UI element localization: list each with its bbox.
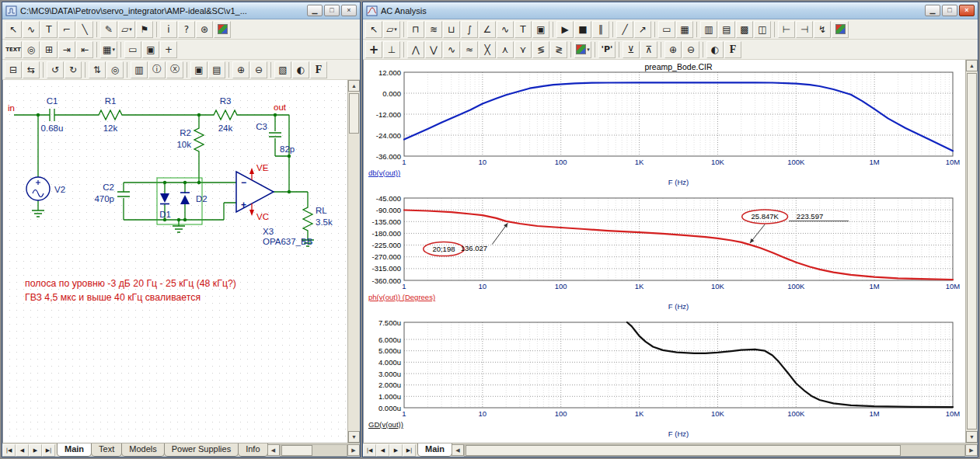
rectangle-tool-button[interactable]: ▭ [658,21,675,38]
global-high-button-button[interactable]: ⋏ [497,41,514,58]
text-tool-button[interactable]: T [40,21,58,38]
maximize-button[interactable]: □ [324,5,340,16]
minimize-button[interactable]: ▁ [307,5,323,16]
font-button-button[interactable]: F [724,41,741,58]
line-tool-button[interactable]: ╱ [616,21,633,38]
vertical-scrollbar[interactable]: ▲ ▼ [965,60,978,443]
envelope-high-button-button[interactable]: ≷ [550,41,567,58]
settings-tool-button[interactable]: ⊛ [196,21,213,38]
node-voltages-toggle-button[interactable]: ⇥ [58,41,75,58]
graphics-dropdown-button[interactable]: ▱▾ [383,21,400,38]
zoom-in-button-button[interactable]: ⊕ [664,41,682,58]
vertical-scroll-track[interactable] [966,71,978,431]
integral-tool-button[interactable]: ∫ [461,21,478,38]
line-tool-button[interactable]: ✎ [100,21,117,38]
trace-color-dropdown-button[interactable]: ▾ [574,41,591,58]
horizontal-scroll-track[interactable] [464,444,965,457]
vertical-grid-toggle-button[interactable]: ▥ [700,21,717,38]
layers-button-button[interactable]: ▤ [208,61,225,78]
horizontal-grid-toggle-button[interactable]: ▤ [718,21,735,38]
vertical-scrollbar[interactable]: ▲ ▼ [347,80,360,443]
envelope-low-button-button[interactable]: ≶ [532,41,549,58]
diagonal-wire-tool-button[interactable]: ╲ [76,21,93,38]
vertical-scroll-track[interactable] [348,92,360,431]
component-tool-button[interactable]: ∿ [23,21,40,38]
schematic-canvas[interactable]: C1 0.68u R1 12k R3 24k R2 10k C3 82p C2 … [2,80,347,443]
scroll-left-button[interactable]: ◀ [267,444,280,456]
color-palette-tool-button[interactable] [214,21,231,38]
last-tab-button[interactable]: ▶| [403,444,416,457]
find-button-button[interactable]: ◎ [106,61,124,78]
smooth-button-button[interactable]: ≈ [461,41,478,58]
select-tool-button[interactable]: ↖ [5,21,22,38]
scroll-right-button[interactable]: ▶ [347,444,360,456]
info-tool-button[interactable]: i [160,21,177,38]
global-low-button-button[interactable]: ⋎ [514,41,532,58]
pause-button-button[interactable]: ‖ [592,21,609,38]
help-globe-button-button[interactable]: ◐ [706,41,724,58]
copy-picture-button-button[interactable]: ▣ [190,61,208,78]
next-tab-button[interactable]: ▶ [29,444,42,457]
cursor-mode-button-button[interactable]: + [365,41,382,58]
zoom-out-button-button[interactable]: ⊖ [250,61,267,78]
scroll-left-button[interactable]: ◀ [452,444,464,456]
pin-connections-toggle-button[interactable]: ◎ [23,41,40,58]
cursor-mode-toggle-button[interactable]: + [160,41,177,58]
cursor-right-button-button[interactable]: ⊼ [640,41,657,58]
scroll-right-button[interactable]: ▶ [965,444,978,456]
horizontal-scroll-track[interactable] [280,444,347,457]
horizontal-scroll-thumb[interactable] [281,445,312,456]
mode-button-button[interactable]: ▥ [131,61,148,78]
close-button[interactable]: × [959,5,975,16]
next-wave-button-button[interactable]: ∿ [443,41,460,58]
tab-main[interactable]: Main [417,443,452,457]
titlebar[interactable]: AC Analysis ▁ □ × [363,2,978,19]
node-numbers-toggle-button[interactable]: ⊞ [40,41,58,58]
maximize-button[interactable]: □ [942,5,957,16]
tag-mode-button-button[interactable]: ↯ [814,21,831,38]
box-tool-button[interactable]: ⊟ [5,61,22,78]
run-button-button[interactable]: ▶ [556,21,574,38]
horizontal-scrollbar[interactable]: ◀ ▶ [267,444,360,457]
waveform-tool-button[interactable]: ∿ [497,21,514,38]
last-tab-button[interactable]: ▶| [42,444,55,457]
tab-text[interactable]: Text [91,443,122,457]
clear-button-button[interactable]: ⓧ [166,61,183,78]
measure-horizontal-tool-button[interactable]: ⊓ [407,21,424,38]
vertical-scroll-thumb[interactable] [967,73,977,429]
titlebar[interactable]: C:\MC9\DATA\Petrov\servo_integrator\AMP-… [2,2,360,19]
select-tool-button[interactable]: ↖ [365,21,382,38]
stop-button-button[interactable]: ■ [574,21,591,38]
tab-info[interactable]: Info [238,443,267,457]
exclude-left-button-button[interactable]: ⊢ [778,21,795,38]
exclude-right-button-button[interactable]: ⊣ [796,21,813,38]
horizontal-scrollbar[interactable]: ◀ ▶ [452,444,978,457]
help-globe-button-button[interactable]: ◐ [292,61,309,78]
prev-tab-button[interactable]: ◀ [16,444,29,457]
measure-vertical-tool-button[interactable]: ≋ [425,21,442,38]
currents-toggle-button[interactable]: ⇤ [76,41,93,58]
go-to-x-button-button[interactable]: ⊥ [383,41,400,58]
swap-tool-button[interactable]: ⇆ [23,61,40,78]
ruler-tool-button[interactable]: ⊔ [443,21,460,38]
peak-label-button-button[interactable]: 'P' [598,41,616,58]
full-grid-toggle-button[interactable]: ▩ [736,21,753,38]
horizontal-scroll-thumb[interactable] [466,445,901,456]
cursor-left-button-button[interactable]: ⊻ [623,41,640,58]
redo-button-button[interactable]: ↻ [65,61,82,78]
arrow-tool-button[interactable]: ↗ [634,21,651,38]
title-block-toggle-button[interactable]: ▣ [142,41,159,58]
tab-power-supplies[interactable]: Power Supplies [164,443,239,457]
zoom-in-button-button[interactable]: ⊕ [232,61,249,78]
scroll-up-button[interactable]: ▲ [348,80,360,92]
minimize-button[interactable]: ▁ [925,5,940,16]
vertical-scroll-thumb[interactable] [349,93,359,134]
camera-button-button[interactable]: ▧ [274,61,291,78]
cross-cursor-button-button[interactable]: ╳ [479,41,496,58]
next-valley-button-button[interactable]: ⋁ [425,41,442,58]
step-box-button-button[interactable]: ⇅ [89,61,106,78]
tab-main[interactable]: Main [57,443,92,457]
scroll-down-button[interactable]: ▼ [966,431,978,443]
copy-button-button[interactable]: ▣ [532,21,549,38]
wire-tool-button[interactable]: ⌐ [58,21,75,38]
